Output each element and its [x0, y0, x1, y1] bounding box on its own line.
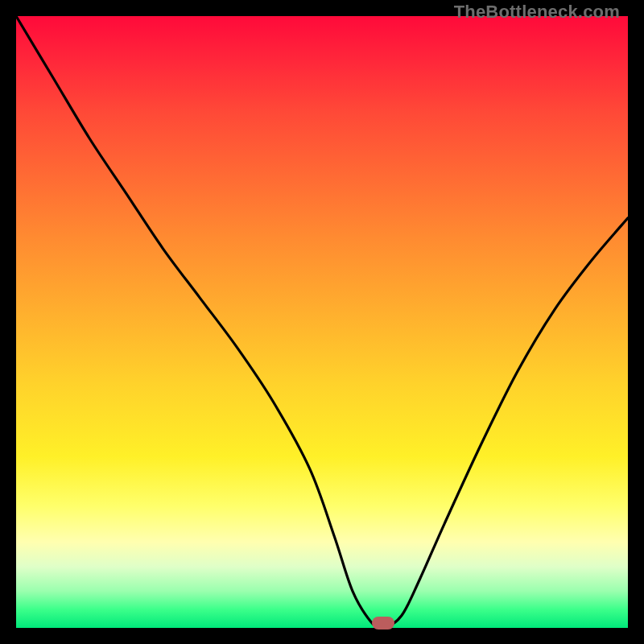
chart-frame: TheBottleneck.com: [0, 0, 644, 644]
chart-plot-area: [16, 16, 628, 628]
minimum-marker: [372, 617, 394, 630]
watermark-text: TheBottleneck.com: [454, 2, 620, 23]
